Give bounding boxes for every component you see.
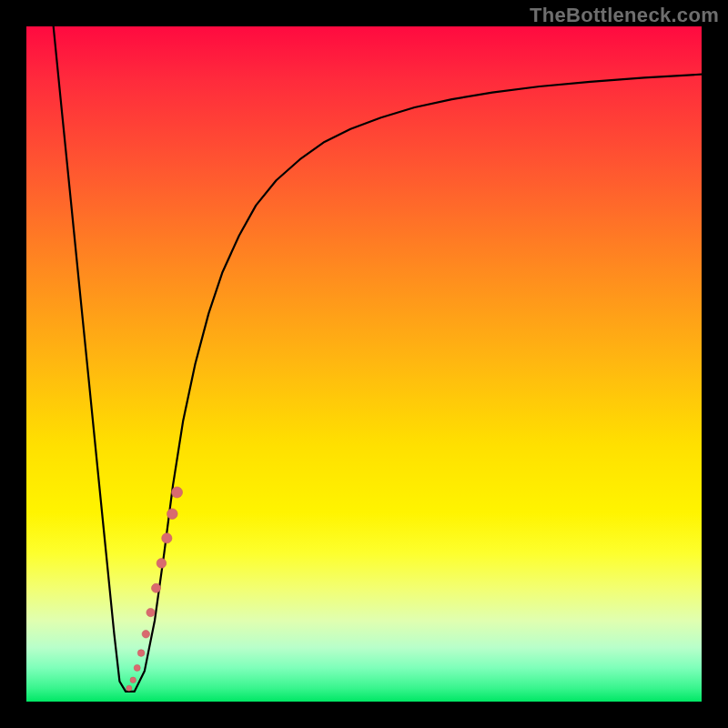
marker-dot — [147, 609, 155, 617]
marker-dot — [130, 677, 136, 682]
marker-dot — [126, 685, 132, 691]
marker-dot — [152, 583, 161, 592]
chart-svg — [26, 26, 702, 702]
chart-frame: TheBottleneck.com — [0, 0, 728, 728]
bottleneck-curve — [54, 26, 702, 692]
marker-dot — [162, 533, 172, 543]
marker-dot — [167, 509, 178, 520]
chart-plot-area — [26, 26, 702, 702]
marker-dot — [157, 559, 167, 569]
highlighted-range-markers — [126, 487, 183, 691]
marker-dot — [134, 664, 140, 671]
marker-dot — [142, 631, 149, 638]
watermark-text: TheBottleneck.com — [530, 4, 719, 27]
marker-dot — [137, 650, 145, 657]
marker-dot — [172, 487, 183, 498]
